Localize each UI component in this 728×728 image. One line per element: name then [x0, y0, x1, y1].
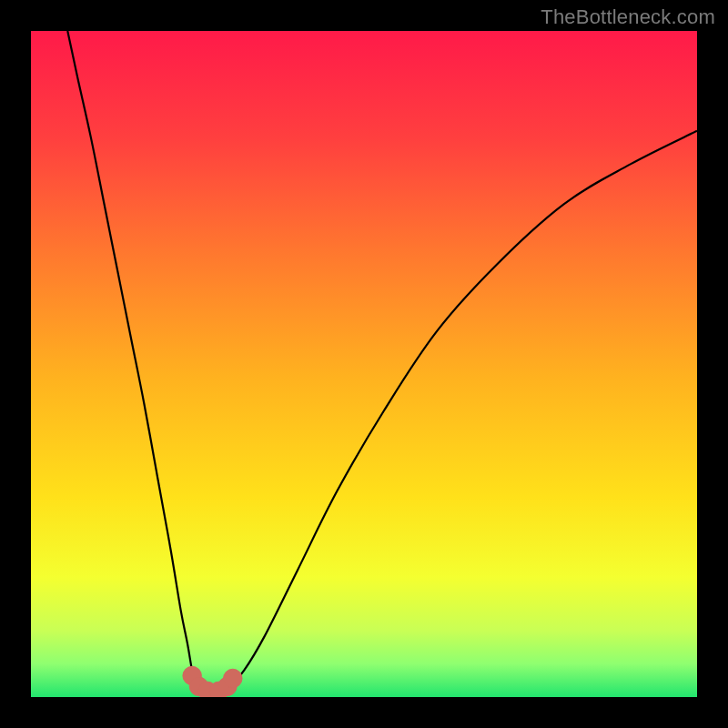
trough-marker	[224, 669, 242, 687]
chart-frame: TheBottleneck.com	[0, 0, 728, 728]
plot-background	[31, 31, 697, 697]
bottleneck-curve-chart	[0, 0, 728, 728]
